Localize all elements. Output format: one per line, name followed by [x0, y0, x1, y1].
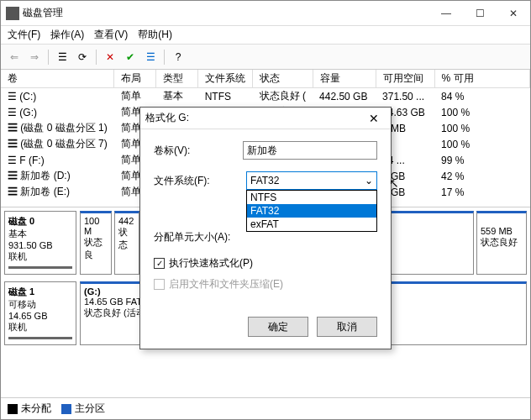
back-icon[interactable]: ⇐ [6, 49, 23, 66]
col-status[interactable]: 状态 [253, 70, 313, 88]
col-fs[interactable]: 文件系统 [198, 70, 253, 88]
swatch-primary [61, 404, 71, 414]
menu-action[interactable]: 操作(A) [50, 28, 84, 42]
dialog-close-button[interactable]: ✕ [362, 112, 386, 125]
view1-icon[interactable]: ☰ [54, 49, 71, 66]
menubar: 文件(F) 操作(A) 查看(V) 帮助(H) [1, 26, 530, 45]
label-volume: 卷标(V): [154, 144, 243, 158]
window-title: 磁盘管理 [23, 6, 63, 20]
chevron-down-icon: ⌄ [365, 175, 373, 186]
quick-format-checkbox[interactable]: ✓ [154, 258, 165, 269]
legend: 未分配 主分区 [1, 397, 530, 419]
col-pct[interactable]: % 可用 [434, 70, 529, 88]
cursor-icon: ↖ [389, 176, 399, 190]
maximize-button[interactable]: ☐ [463, 1, 497, 26]
col-type[interactable]: 类型 [156, 70, 198, 88]
partition[interactable]: 559 MB 状态良好 [476, 211, 527, 275]
fs-option-exfat[interactable]: exFAT [247, 218, 376, 231]
delete-icon[interactable]: ✕ [102, 49, 118, 66]
disk-1-info[interactable]: 磁盘 1 可移动 14.65 GB 联机 [4, 281, 76, 345]
close-button[interactable]: ✕ [497, 1, 530, 26]
filesystem-dropdown: NTFS FAT32 exFAT [246, 190, 377, 232]
compression-checkbox [154, 279, 165, 290]
titlebar: 磁盘管理 — ☐ ✕ [1, 1, 530, 26]
minimize-button[interactable]: — [429, 1, 463, 26]
format-dialog: 格式化 G: ✕ 卷标(V): 文件系统(F): FAT32 ⌄ NTFS FA… [139, 107, 392, 349]
disk-management-window: 磁盘管理 — ☐ ✕ 文件(F) 操作(A) 查看(V) 帮助(H) ⇐ ⇒ ☰… [0, 0, 531, 420]
window-controls: — ☐ ✕ [429, 1, 530, 26]
refresh-icon[interactable]: ⟳ [74, 49, 91, 66]
fs-option-fat32[interactable]: FAT32 [247, 204, 376, 218]
ok-button[interactable]: 确定 [248, 317, 308, 337]
col-layout[interactable]: 布局 [114, 70, 156, 88]
filesystem-select[interactable]: FAT32 ⌄ [246, 171, 377, 190]
properties-icon[interactable]: ✔ [122, 49, 139, 66]
fs-option-ntfs[interactable]: NTFS [247, 191, 376, 204]
volume-label-input[interactable] [243, 141, 377, 160]
app-icon [6, 7, 19, 20]
menu-file[interactable]: 文件(F) [8, 28, 40, 42]
disk-1-name: 磁盘 1 [8, 286, 34, 297]
dialog-title: 格式化 G: [145, 111, 189, 125]
swatch-unalloc [8, 404, 18, 414]
col-vol[interactable]: 卷 [1, 70, 114, 88]
menu-help[interactable]: 帮助(H) [138, 28, 172, 42]
list-icon[interactable]: ☰ [142, 49, 159, 66]
table-row[interactable]: ☰ (C:)简单基本NTFS状态良好 (442.50 GB371.50 ...8… [1, 88, 530, 105]
col-free[interactable]: 可用空间 [376, 70, 434, 88]
disk-0-name: 磁盘 0 [8, 216, 34, 226]
forward-icon[interactable]: ⇒ [26, 49, 43, 66]
label-alloc: 分配单元大小(A): [154, 230, 246, 244]
toolbar: ⇐ ⇒ ☰ ⟳ ✕ ✔ ☰ ? [1, 45, 530, 70]
label-filesystem: 文件系统(F): [154, 174, 246, 188]
partition[interactable]: 100 M 状态良 [80, 211, 112, 275]
col-cap[interactable]: 容量 [313, 70, 376, 88]
menu-view[interactable]: 查看(V) [94, 28, 128, 42]
help-icon[interactable]: ? [170, 49, 187, 66]
partition[interactable]: 442 状态 [114, 211, 139, 275]
cancel-button[interactable]: 取消 [317, 317, 377, 337]
disk-0-info[interactable]: 磁盘 0 基本 931.50 GB 联机 [4, 211, 76, 275]
